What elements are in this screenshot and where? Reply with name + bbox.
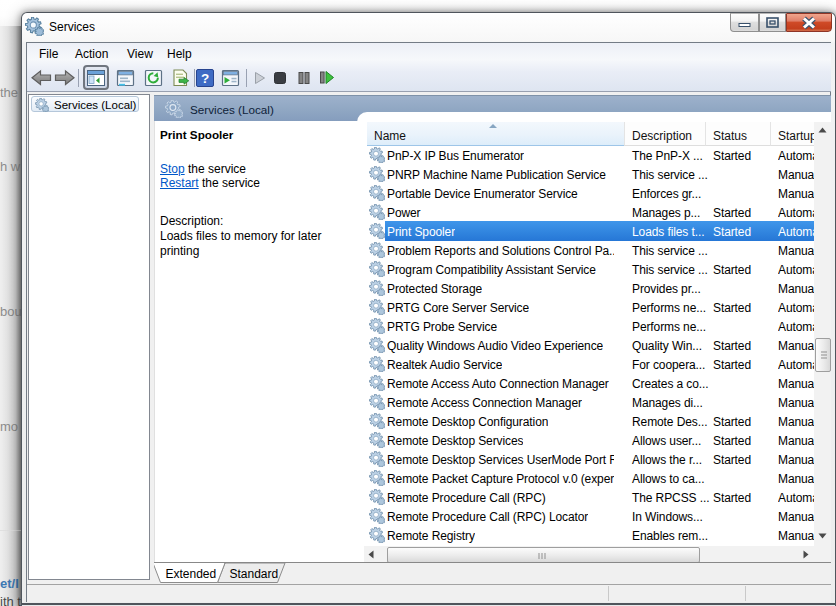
svg-text:Extended: Extended — [166, 567, 217, 581]
svg-text:Standard: Standard — [230, 567, 279, 581]
svg-text:?: ? — [201, 71, 209, 86]
